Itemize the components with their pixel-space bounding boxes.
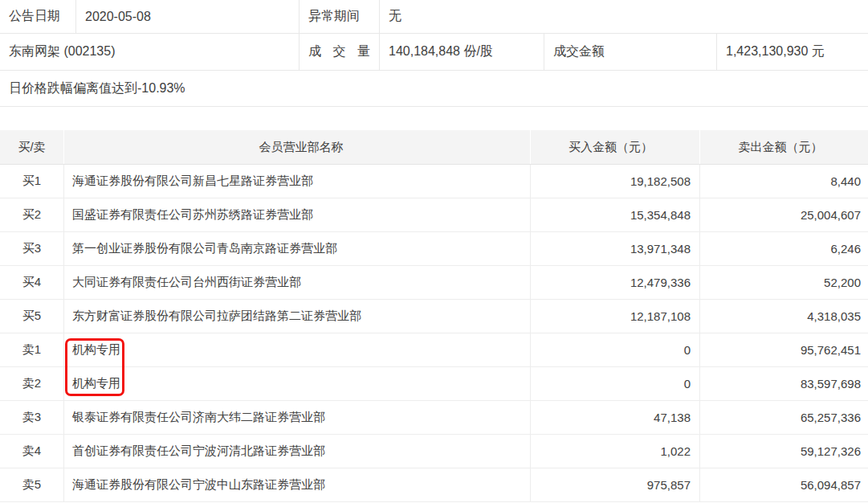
buy-amount-cell: 975,857 xyxy=(531,468,700,501)
table-row: 买1海通证券股份有限公司新昌七星路证券营业部19,182,5088,440 xyxy=(0,165,868,198)
rank-cell: 卖1 xyxy=(0,333,64,366)
sell-amount-cell: 65,257,336 xyxy=(700,401,868,434)
rank-cell: 买2 xyxy=(0,198,64,231)
sell-amount-cell: 52,200 xyxy=(700,266,868,299)
table-row: 卖3银泰证券有限责任公司济南大纬二路证券营业部47,13865,257,336 xyxy=(0,401,868,435)
deviation-note: 日价格跌幅偏离值达到-10.93% xyxy=(0,71,868,106)
rank-cell: 买4 xyxy=(0,266,64,299)
branch-name-cell: 银泰证券有限责任公司济南大纬二路证券营业部 xyxy=(64,401,531,434)
panel-gap xyxy=(0,107,868,130)
turnover-value: 1,423,130,930 元 xyxy=(717,34,868,70)
table-row: 买5东方财富证券股份有限公司拉萨团结路第二证券营业部12,187,1084,31… xyxy=(0,300,868,333)
abnormal-period-value: 无 xyxy=(380,0,868,33)
branch-name-cell: 大同证券有限责任公司台州西街证券营业部 xyxy=(64,266,531,299)
sell-amount-cell: 8,440 xyxy=(700,165,868,198)
table-row: 卖1机构专用095,762,451 xyxy=(0,333,868,367)
branch-name-cell: 第一创业证券股份有限公司青岛南京路证券营业部 xyxy=(64,232,531,265)
branch-name-cell: 首创证券有限责任公司宁波河清北路证券营业部 xyxy=(64,435,531,468)
stock-name: 东南网架 (002135) xyxy=(0,34,300,70)
trading-disclosure-page: 公告日期 2020-05-08 异常期间 无 东南网架 (002135) 成 交… xyxy=(0,0,868,503)
buy-amount-cell: 12,187,108 xyxy=(531,300,700,333)
rank-cell: 卖2 xyxy=(0,367,64,400)
sell-amount-cell: 95,762,451 xyxy=(700,333,868,366)
branch-name-cell: 东方财富证券股份有限公司拉萨团结路第二证券营业部 xyxy=(64,300,531,333)
branch-name-cell: 机构专用 xyxy=(64,333,531,366)
buy-amount-cell: 12,479,336 xyxy=(531,266,700,299)
header-buy-amount: 买入金额（元） xyxy=(531,130,700,164)
rank-cell: 买1 xyxy=(0,165,64,198)
table-row: 卖4首创证券有限责任公司宁波河清北路证券营业部1,02259,127,326 xyxy=(0,435,868,468)
rank-cell: 卖4 xyxy=(0,435,64,468)
branch-name-cell: 海通证券股份有限公司宁波中山东路证券营业部 xyxy=(64,468,531,501)
rank-cell: 卖5 xyxy=(0,468,64,501)
abnormal-period-label: 异常期间 xyxy=(300,0,380,33)
table-row: 买4大同证券有限责任公司台州西街证券营业部12,479,33652,200 xyxy=(0,266,868,300)
sell-amount-cell: 56,094,857 xyxy=(700,468,868,501)
rank-cell: 买3 xyxy=(0,232,64,265)
info-row-stock: 东南网架 (002135) 成 交 量 140,184,848 份/股 成交金额… xyxy=(0,34,868,71)
sell-amount-cell: 83,597,698 xyxy=(700,367,868,400)
buy-amount-cell: 0 xyxy=(531,367,700,400)
volume-label: 成 交 量 xyxy=(300,34,380,70)
sell-amount-cell: 6,246 xyxy=(700,232,868,265)
table-body: 买1海通证券股份有限公司新昌七星路证券营业部19,182,5088,440买2国… xyxy=(0,165,868,502)
sell-amount-cell: 4,318,035 xyxy=(700,300,868,333)
broker-ranking-table: 买/卖 会员营业部名称 买入金额（元） 卖出金额（元） 买1海通证券股份有限公司… xyxy=(0,130,868,502)
table-row: 卖5海通证券股份有限公司宁波中山东路证券营业部975,85756,094,857 xyxy=(0,468,868,502)
sell-amount-cell: 59,127,326 xyxy=(700,435,868,468)
table-row: 买2国盛证券有限责任公司苏州苏绣路证券营业部15,354,84825,004,6… xyxy=(0,198,868,232)
branch-name-cell: 机构专用 xyxy=(64,367,531,400)
announce-date-label: 公告日期 xyxy=(0,0,76,33)
table-row: 卖2机构专用083,597,698 xyxy=(0,367,868,401)
info-row-announcement: 公告日期 2020-05-08 异常期间 无 xyxy=(0,0,868,34)
buy-amount-cell: 1,022 xyxy=(531,435,700,468)
header-branch-name: 会员营业部名称 xyxy=(64,130,531,164)
branch-name-cell: 国盛证券有限责任公司苏州苏绣路证券营业部 xyxy=(64,198,531,231)
announce-date-value: 2020-05-08 xyxy=(76,0,300,33)
sell-amount-cell: 25,004,607 xyxy=(700,198,868,231)
stock-info-panel: 公告日期 2020-05-08 异常期间 无 东南网架 (002135) 成 交… xyxy=(0,0,868,107)
table-row: 买3第一创业证券股份有限公司青岛南京路证券营业部13,971,3486,246 xyxy=(0,232,868,266)
buy-amount-cell: 15,354,848 xyxy=(531,198,700,231)
table-header-row: 买/卖 会员营业部名称 买入金额（元） 卖出金额（元） xyxy=(0,130,868,165)
buy-amount-cell: 19,182,508 xyxy=(531,165,700,198)
header-sell-amount: 卖出金额（元） xyxy=(700,130,868,164)
header-rank: 买/卖 xyxy=(0,130,64,164)
branch-name-cell: 海通证券股份有限公司新昌七星路证券营业部 xyxy=(64,165,531,198)
turnover-label: 成交金额 xyxy=(544,34,717,70)
buy-amount-cell: 47,138 xyxy=(531,401,700,434)
buy-amount-cell: 13,971,348 xyxy=(531,232,700,265)
rank-cell: 买5 xyxy=(0,300,64,333)
rank-cell: 卖3 xyxy=(0,401,64,434)
volume-value: 140,184,848 份/股 xyxy=(380,34,544,70)
info-row-deviation: 日价格跌幅偏离值达到-10.93% xyxy=(0,71,868,107)
buy-amount-cell: 0 xyxy=(531,333,700,366)
